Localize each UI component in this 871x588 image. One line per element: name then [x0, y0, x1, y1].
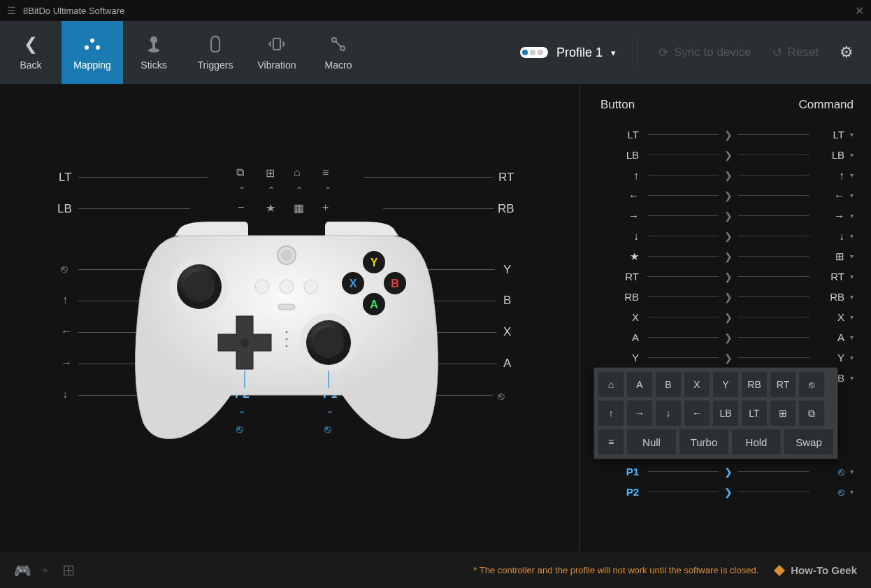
popup-swap-button[interactable]: Swap — [784, 429, 833, 454]
popup-button[interactable]: RT — [770, 372, 796, 397]
controller-icon: ⎋ — [61, 263, 68, 275]
p1-command[interactable]: ⎋ — [816, 466, 844, 478]
map-button: LB — [600, 149, 639, 161]
add-icon[interactable]: + — [42, 564, 48, 577]
nav-mapping[interactable]: Mapping — [62, 21, 123, 84]
map-command[interactable]: LT — [816, 129, 844, 141]
caret-icon[interactable]: ▾ — [850, 171, 854, 179]
svg-point-11 — [184, 271, 215, 302]
svg-point-2 — [96, 45, 100, 50]
popup-button[interactable]: X — [684, 372, 710, 397]
close-icon[interactable]: ✕ — [855, 4, 864, 17]
svg-point-30 — [286, 331, 288, 334]
star-icon: ★ — [266, 201, 275, 215]
caret-icon[interactable]: ▾ — [850, 151, 854, 159]
nav-sticks[interactable]: Sticks — [123, 21, 185, 84]
map-button: → — [600, 210, 639, 222]
map-command[interactable]: A — [816, 331, 844, 343]
popup-button[interactable]: → — [627, 401, 652, 426]
map-row: ★ ❯ ⊞ ▾ — [600, 246, 854, 266]
nav-macro[interactable]: Macro — [308, 21, 369, 84]
turbo-t-icon: ⊞ — [266, 166, 275, 180]
arrow-icon: ❯ — [724, 170, 733, 181]
map-button: ↑ — [600, 169, 639, 181]
map-command[interactable]: RB — [816, 291, 844, 303]
controller-image: Y X B A — [133, 220, 440, 444]
popup-button[interactable]: A — [627, 372, 652, 397]
map-command[interactable]: ⊞ — [816, 250, 844, 263]
lb-label: LB — [57, 202, 72, 216]
caret-icon[interactable]: ▾ — [850, 313, 854, 321]
caret-icon[interactable]: ▾ — [850, 232, 854, 240]
p2-command[interactable]: ⎋ — [816, 486, 844, 498]
popup-button[interactable]: Y — [713, 372, 738, 397]
arrow-icon: ❯ — [724, 190, 733, 201]
popup-menu-button[interactable]: ≡ — [598, 429, 624, 454]
menu-lines-icon: ≡ — [322, 166, 329, 179]
nav-back[interactable]: ❮ Back — [0, 21, 62, 84]
popup-button[interactable]: ⌂ — [598, 372, 624, 397]
popup-button[interactable]: ↑ — [598, 401, 624, 426]
map-command[interactable]: ← — [816, 189, 844, 201]
up-caret-icon: ⌃ — [238, 185, 245, 195]
map-command[interactable]: X — [816, 311, 844, 323]
svg-point-24 — [255, 280, 269, 294]
popup-button[interactable]: ⎋ — [799, 372, 824, 397]
svg-point-1 — [85, 45, 89, 50]
caret-icon[interactable]: ▾ — [850, 212, 854, 220]
popup-button[interactable]: B — [656, 372, 681, 397]
profile-selector[interactable]: Profile 1 ▾ — [520, 45, 616, 60]
map-row: X ❯ X ▾ — [600, 307, 854, 327]
settings-button[interactable]: ⚙ — [840, 43, 854, 62]
caret-icon[interactable]: ▾ — [850, 334, 854, 341]
caret-icon[interactable]: ▾ — [850, 488, 854, 496]
popup-turbo-button[interactable]: Turbo — [679, 429, 728, 454]
reset-button[interactable]: ↺ Reset — [772, 45, 819, 60]
svg-point-5 — [148, 48, 159, 52]
nav-triggers[interactable]: Triggers — [185, 21, 246, 84]
map-command[interactable]: → — [816, 210, 844, 222]
popup-button[interactable]: ← — [684, 401, 710, 426]
menu-icon[interactable]: ☰ — [7, 5, 16, 16]
popup-button[interactable]: RB — [742, 372, 767, 397]
map-button: RT — [600, 271, 639, 282]
arrow-icon: ❯ — [724, 150, 733, 161]
caret-icon[interactable]: ▾ — [850, 468, 854, 475]
map-command[interactable]: LB — [816, 149, 844, 161]
map-command[interactable]: ↑ — [816, 169, 844, 181]
popup-button[interactable]: ⧉ — [799, 401, 824, 426]
popup-button[interactable]: LB — [713, 401, 738, 426]
map-row: → ❯ → ▾ — [600, 206, 854, 226]
b-label: B — [503, 294, 511, 308]
right-arrow-icon: → — [61, 357, 72, 369]
map-row: LB ❯ LB ▾ — [600, 145, 854, 165]
windows-icon[interactable]: ⊞ — [62, 561, 75, 580]
mapping-icon — [82, 34, 102, 54]
arrow-icon: ❯ — [724, 487, 733, 498]
caret-icon[interactable]: ▾ — [850, 192, 854, 199]
caret-icon[interactable]: ▾ — [850, 252, 854, 260]
caret-icon[interactable]: ▾ — [850, 273, 854, 280]
left-arrow-icon: ← — [61, 325, 72, 338]
popup-button[interactable]: ⊞ — [770, 401, 796, 426]
popup-button[interactable]: ↓ — [656, 401, 681, 426]
caret-icon[interactable]: ▾ — [850, 293, 854, 301]
sync-button[interactable]: ⟳ Sync to device — [658, 45, 751, 60]
footer-warning: * The controller and the profile will no… — [473, 565, 758, 575]
up-caret-icon: ⌃ — [324, 185, 331, 195]
controller-icon[interactable]: 🎮 — [14, 562, 31, 579]
footer: 🎮 + ⊞ * The controller and the profile w… — [0, 552, 871, 588]
popup-hold-button[interactable]: Hold — [732, 429, 781, 454]
popup-null-button[interactable]: Null — [627, 429, 676, 454]
caret-icon[interactable]: ▾ — [850, 354, 854, 361]
map-command[interactable]: RT — [816, 271, 844, 282]
caret-icon[interactable]: ▾ — [850, 131, 854, 138]
nav-vibration[interactable]: Vibration — [246, 21, 308, 84]
popup-button[interactable]: LT — [742, 401, 767, 426]
minus-icon: − — [238, 201, 244, 214]
map-command[interactable]: Y — [816, 352, 844, 364]
map-row: ↓ ❯ ↓ ▾ — [600, 226, 854, 246]
map-command[interactable]: ↓ — [816, 230, 844, 242]
caret-icon[interactable]: ▾ — [850, 374, 854, 382]
p2-button: P2 — [600, 486, 639, 498]
